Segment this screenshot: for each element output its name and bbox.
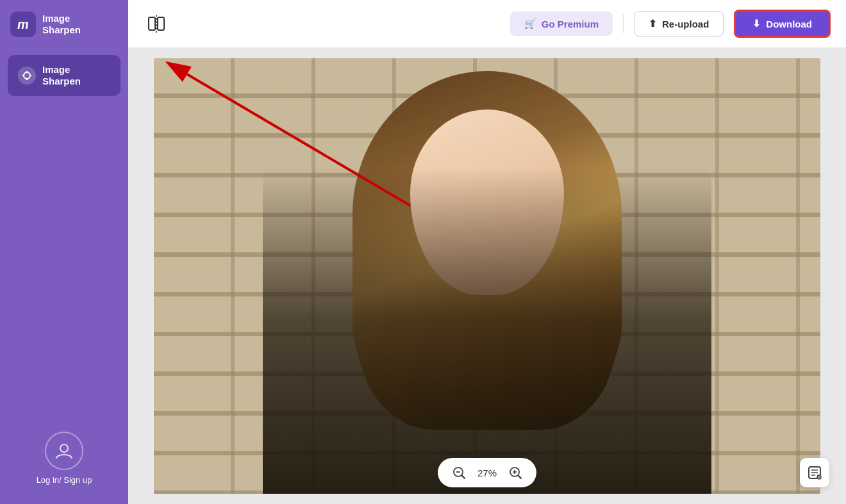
photo-background: [154, 58, 820, 494]
zoom-in-button[interactable]: [506, 463, 525, 482]
svg-point-5: [60, 444, 68, 452]
cart-icon: 🛒: [524, 18, 536, 29]
sidebar: m Image Sharpen Image Sharpen: [0, 0, 128, 504]
go-premium-button[interactable]: 🛒 Go Premium: [510, 12, 613, 36]
upload-icon: ⬆: [649, 18, 657, 29]
app-logo-icon: m: [10, 12, 36, 37]
topbar-right: 🛒 Go Premium ⬆ Re-upload ⬇ Download: [510, 10, 831, 38]
image-sharpen-icon: [18, 67, 36, 85]
svg-line-17: [518, 476, 521, 478]
premium-label: Go Premium: [542, 19, 599, 29]
main-content: 🛒 Go Premium ⬆ Re-upload ⬇ Download: [128, 0, 846, 504]
notes-button[interactable]: [800, 458, 829, 487]
person-clothing: [263, 58, 711, 494]
sidebar-logo: m Image Sharpen: [0, 0, 128, 49]
download-label: Download: [766, 19, 812, 29]
topbar-left: [144, 11, 169, 37]
download-icon: ⬇: [752, 18, 761, 29]
svg-rect-6: [149, 17, 155, 30]
svg-line-13: [462, 476, 465, 478]
topbar: 🛒 Go Premium ⬆ Re-upload ⬇ Download: [128, 0, 846, 48]
svg-rect-7: [158, 17, 164, 30]
reupload-button[interactable]: ⬆ Re-upload: [634, 11, 724, 37]
sidebar-item-label: Image Sharpen: [42, 64, 81, 87]
sidebar-nav: Image Sharpen: [0, 49, 128, 102]
user-avatar[interactable]: [45, 432, 83, 470]
button-divider: [623, 14, 624, 33]
canvas-area: 27%: [128, 48, 846, 504]
zoom-value: 27%: [469, 467, 506, 478]
image-container: [154, 58, 820, 494]
zoom-controls: 27%: [438, 458, 536, 487]
reupload-label: Re-upload: [662, 19, 709, 29]
sidebar-item-image-sharpen[interactable]: Image Sharpen: [8, 55, 120, 96]
sidebar-bottom: Log in/ Sign up: [37, 432, 92, 485]
login-text[interactable]: Log in/ Sign up: [37, 475, 92, 485]
compare-view-button[interactable]: [144, 11, 169, 37]
app-logo-text: Image Sharpen: [42, 13, 81, 36]
svg-point-0: [24, 72, 30, 79]
download-button[interactable]: ⬇ Download: [734, 10, 831, 38]
zoom-out-button[interactable]: [449, 463, 469, 482]
